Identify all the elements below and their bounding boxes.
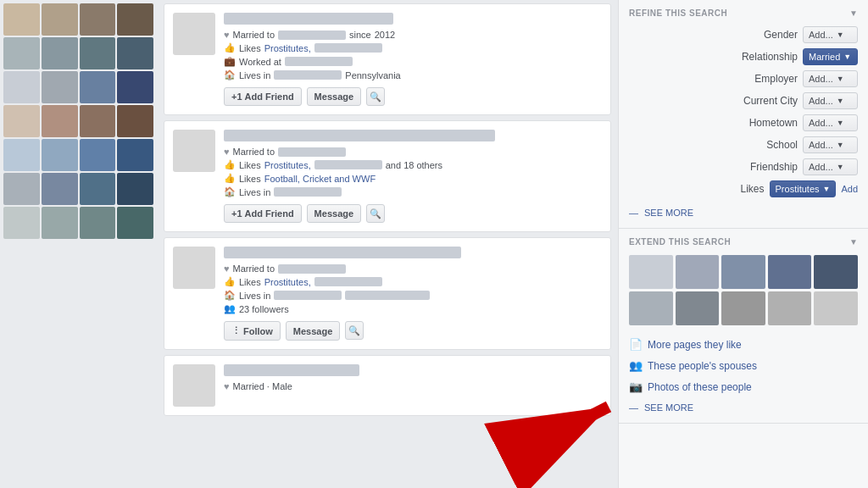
result-avatar bbox=[173, 13, 215, 55]
filter-row-gender: GenderAdd... ▼ bbox=[629, 26, 858, 43]
color-block bbox=[42, 71, 78, 103]
filter-row-relationship: RelationshipMarried ▼ bbox=[629, 48, 858, 65]
detail-text: Likes bbox=[239, 160, 261, 170]
extend-cell bbox=[676, 291, 720, 325]
color-block bbox=[3, 3, 40, 36]
color-block-row bbox=[3, 207, 153, 239]
detail-text: Worked at bbox=[239, 57, 281, 67]
detail-icon: ♥ bbox=[224, 147, 230, 157]
redacted-text bbox=[274, 70, 342, 80]
result-name bbox=[224, 13, 393, 25]
redacted-text bbox=[314, 43, 382, 53]
result-detail-row: 🏠Lives in bbox=[224, 290, 600, 301]
color-block bbox=[42, 207, 78, 239]
add-friend-button[interactable]: +1 Add Friend bbox=[224, 87, 302, 106]
filter-dropdown-friendship[interactable]: Add... ▼ bbox=[803, 158, 858, 175]
color-block-row bbox=[3, 173, 153, 205]
color-block bbox=[117, 139, 153, 171]
detail-link[interactable]: Football, Cricket and WWF bbox=[264, 174, 376, 184]
detail-link[interactable]: Prostitutes, bbox=[264, 277, 311, 287]
follow-button[interactable]: ⋮ Follow bbox=[224, 321, 281, 341]
extend-cell bbox=[629, 291, 673, 325]
extend-grid bbox=[629, 255, 858, 325]
filter-label: Likes bbox=[688, 183, 765, 195]
result-info: ♥Married to👍Likes Prostitutes, and 18 ot… bbox=[224, 130, 600, 223]
detail-icon: ♥ bbox=[224, 381, 230, 391]
detail-icon: 👍 bbox=[224, 42, 236, 53]
filter-dropdown-current-city[interactable]: Add... ▼ bbox=[803, 92, 858, 109]
filter-row-current-city: Current CityAdd... ▼ bbox=[629, 92, 858, 109]
extend-link-0[interactable]: 📄More pages they like bbox=[629, 334, 858, 355]
result-card: ♥Married · Male bbox=[164, 355, 611, 416]
result-detail-row: 🏠Lives in bbox=[224, 186, 600, 197]
filter-dropdown-relationship[interactable]: Married ▼ bbox=[803, 48, 858, 65]
add-friend-button[interactable]: +1 Add Friend bbox=[224, 204, 302, 223]
refine-section: REFINE THIS SEARCH ▼ GenderAdd... ▼Relat… bbox=[619, 0, 868, 229]
result-detail-row: ♥Married · Male bbox=[224, 381, 600, 391]
detail-text: Married · Male bbox=[233, 381, 292, 391]
redacted-text bbox=[274, 291, 342, 300]
search-button[interactable]: 🔍 bbox=[366, 87, 385, 106]
filter-label: Relationship bbox=[721, 51, 798, 63]
result-detail-row: 👍Likes Prostitutes, and 18 others bbox=[224, 159, 600, 170]
likes-add-button[interactable]: Add bbox=[841, 184, 858, 194]
color-block bbox=[3, 173, 40, 205]
filter-dropdown-likes[interactable]: Prostitutes ▼ bbox=[770, 180, 837, 197]
filter-label: Friendship bbox=[721, 161, 798, 173]
filter-dropdown-employer[interactable]: Add... ▼ bbox=[803, 70, 858, 87]
extend-link-2[interactable]: 📷Photos of these people bbox=[629, 376, 858, 397]
filter-dropdown-gender[interactable]: Add... ▼ bbox=[803, 26, 858, 43]
search-button[interactable]: 🔍 bbox=[366, 204, 385, 223]
result-detail-row: 🏠Lives in Pennsylvania bbox=[224, 69, 600, 80]
detail-extra: since bbox=[349, 30, 371, 40]
extend-see-more-button[interactable]: — SEE MORE bbox=[629, 397, 858, 414]
filter-dropdown-school[interactable]: Add... ▼ bbox=[803, 136, 858, 153]
color-block bbox=[80, 173, 116, 205]
filter-label: Gender bbox=[721, 29, 798, 41]
redacted-text bbox=[278, 30, 346, 40]
extend-cell bbox=[768, 255, 812, 289]
detail-extra: Pennsylvania bbox=[345, 70, 400, 80]
filter-label: Employer bbox=[721, 73, 798, 85]
redacted-text bbox=[314, 160, 382, 169]
detail-link[interactable]: Prostitutes, bbox=[264, 160, 311, 170]
extend-cell bbox=[768, 291, 812, 325]
color-block bbox=[42, 3, 78, 36]
color-block bbox=[117, 37, 153, 69]
redacted-text bbox=[285, 57, 353, 66]
message-button[interactable]: Message bbox=[286, 321, 340, 341]
result-detail-row: 👍Likes Prostitutes, bbox=[224, 276, 600, 287]
color-block-row bbox=[3, 139, 153, 171]
extend-link-icon: 📷 bbox=[629, 380, 643, 393]
search-button[interactable]: 🔍 bbox=[345, 321, 364, 340]
detail-icon: ♥ bbox=[224, 30, 230, 40]
color-block bbox=[80, 139, 116, 171]
color-block-row bbox=[3, 105, 153, 137]
color-block bbox=[117, 173, 153, 205]
detail-link[interactable]: Prostitutes, bbox=[264, 43, 311, 53]
filter-dropdown-hometown[interactable]: Add... ▼ bbox=[803, 114, 858, 131]
action-buttons: +1 Add FriendMessage🔍 bbox=[224, 204, 600, 223]
result-detail-row: 👍Likes Prostitutes, bbox=[224, 42, 600, 53]
result-card: ♥Married to since 2012👍Likes Prostitutes… bbox=[164, 3, 611, 115]
message-button[interactable]: Message bbox=[307, 87, 361, 106]
detail-text: Lives in bbox=[239, 70, 270, 80]
result-name bbox=[224, 130, 495, 141]
result-avatar bbox=[173, 130, 215, 172]
result-card: ♥Married to👍Likes Prostitutes,🏠Lives in👥… bbox=[164, 237, 611, 350]
extend-link-1[interactable]: 👥These people's spouses bbox=[629, 355, 858, 376]
color-block-row bbox=[3, 71, 153, 103]
color-block bbox=[117, 71, 153, 103]
right-sidebar: REFINE THIS SEARCH ▼ GenderAdd... ▼Relat… bbox=[618, 0, 868, 488]
result-detail-row: 💼Worked at bbox=[224, 56, 600, 67]
detail-icon: 👍 bbox=[224, 276, 236, 287]
color-block bbox=[3, 37, 40, 69]
message-button[interactable]: Message bbox=[307, 204, 361, 223]
see-more-label: SEE MORE bbox=[644, 208, 693, 218]
extend-cell bbox=[814, 291, 858, 325]
refine-chevron-icon: ▼ bbox=[849, 8, 858, 18]
filter-row-friendship: FriendshipAdd... ▼ bbox=[629, 158, 858, 175]
color-block bbox=[117, 3, 153, 36]
color-block bbox=[3, 71, 40, 103]
see-more-button[interactable]: — SEE MORE bbox=[629, 202, 858, 219]
